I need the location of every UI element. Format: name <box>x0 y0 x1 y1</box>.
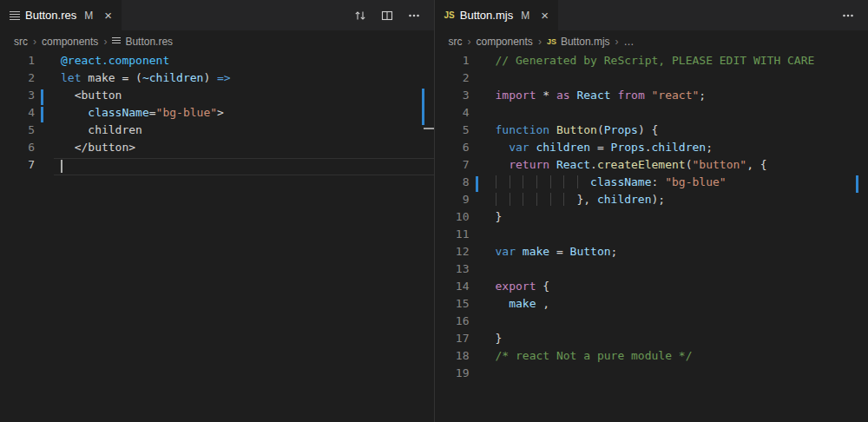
line-number[interactable]: 4 <box>0 106 54 123</box>
code-token: } <box>496 210 503 223</box>
code-token: as <box>556 89 570 102</box>
line-number[interactable]: 5 <box>0 123 54 141</box>
code-token: Props <box>611 141 645 154</box>
line-number[interactable]: 17 <box>435 332 489 349</box>
line-number[interactable]: 10 <box>435 210 489 227</box>
line-number[interactable]: 6 <box>0 141 54 158</box>
code-line[interactable]: } <box>489 210 868 227</box>
line-number[interactable]: 7 <box>0 158 54 175</box>
overview-ruler[interactable] <box>422 52 434 422</box>
code-line[interactable]: var make = Button; <box>489 245 868 262</box>
line-number[interactable]: 5 <box>435 123 489 141</box>
tab-button-res[interactable]: Button.res M × <box>0 0 122 30</box>
line-number[interactable]: 15 <box>435 297 489 314</box>
more-actions-icon[interactable] <box>841 9 855 23</box>
breadcrumb-separator: › <box>538 36 542 48</box>
code-token: "react" <box>652 89 700 102</box>
line-number[interactable]: 8 <box>435 175 489 193</box>
code-area[interactable]: // Generated by ReScript, PLEASE EDIT WI… <box>489 54 868 422</box>
breadcrumb-item[interactable]: components <box>477 36 533 48</box>
line-number[interactable]: 19 <box>435 366 489 384</box>
code-token <box>549 123 556 136</box>
line-number[interactable]: 3 <box>0 89 54 106</box>
breadcrumb-item[interactable]: … <box>624 36 635 48</box>
more-actions-icon[interactable] <box>407 9 421 23</box>
line-number[interactable]: 1 <box>435 54 489 71</box>
code-token: className <box>88 106 148 119</box>
code-line[interactable]: className: "bg-blue" <box>489 175 868 193</box>
line-number[interactable]: 12 <box>435 245 489 262</box>
code-line[interactable]: }, children); <box>489 193 868 210</box>
tab-button-mjs[interactable]: JS Button.mjs M × <box>435 0 558 30</box>
code-token: make <box>523 245 549 258</box>
line-number[interactable]: 13 <box>435 262 489 280</box>
file-icon <box>112 37 121 45</box>
code-token: make <box>509 297 536 310</box>
close-icon[interactable]: × <box>104 9 112 22</box>
code-token: { <box>536 280 549 293</box>
line-number[interactable]: 9 <box>435 193 489 210</box>
code-line[interactable]: <button <box>54 89 434 106</box>
code-line[interactable]: } <box>489 332 868 349</box>
code-line[interactable]: /* react Not a pure module */ <box>489 349 868 366</box>
code-token: children <box>597 193 652 206</box>
line-number[interactable]: 1 <box>0 54 54 71</box>
code-line[interactable]: export { <box>489 280 868 297</box>
code-line[interactable] <box>489 227 868 245</box>
code-line[interactable] <box>489 262 868 280</box>
line-number[interactable]: 11 <box>435 227 489 245</box>
breadcrumb-item[interactable]: JSButton.mjs <box>547 36 610 48</box>
line-number[interactable]: 16 <box>435 314 489 332</box>
open-changes-icon[interactable] <box>353 9 367 23</box>
code-token <box>496 158 510 171</box>
code-area[interactable]: @react.componentlet make = (~children) =… <box>54 54 434 422</box>
breadcrumb-item[interactable]: src <box>14 36 28 48</box>
breadcrumb-item[interactable]: src <box>449 36 463 48</box>
breadcrumb: src›components›JSButton.mjs›… <box>435 30 868 52</box>
line-number[interactable]: 4 <box>435 106 489 123</box>
code-token: ; <box>699 89 706 102</box>
close-icon[interactable]: × <box>541 9 549 22</box>
editor-group-left: Button.res M × <box>0 0 434 422</box>
code-line[interactable] <box>54 158 434 175</box>
code-line[interactable]: function Button(Props) { <box>489 123 868 141</box>
code-token: , { <box>746 158 766 171</box>
code-line[interactable] <box>489 366 868 384</box>
code-line[interactable]: make , <box>489 297 868 314</box>
breadcrumb-item[interactable]: Button.res <box>112 36 173 48</box>
code-token <box>496 175 591 188</box>
line-number[interactable]: 3 <box>435 89 489 106</box>
split-editor-icon[interactable] <box>380 9 394 23</box>
code-token: . <box>590 158 597 171</box>
code-token: // Generated by ReScript, PLEASE EDIT WI… <box>496 54 815 67</box>
line-number[interactable]: 18 <box>435 349 489 366</box>
breadcrumb-label: components <box>42 36 98 48</box>
code-line[interactable]: children <box>54 123 434 141</box>
line-number[interactable]: 14 <box>435 280 489 297</box>
code-token <box>496 141 510 154</box>
js-file-icon: JS <box>444 10 455 20</box>
overview-ruler[interactable] <box>856 52 868 422</box>
code-line[interactable] <box>489 106 868 123</box>
code-token: => <box>217 71 231 84</box>
code-line[interactable] <box>489 314 868 332</box>
code-line[interactable]: var children = Props.children; <box>489 141 868 158</box>
breadcrumb-item[interactable]: components <box>42 36 98 48</box>
code-line[interactable]: import * as React from "react"; <box>489 89 868 106</box>
code-line[interactable]: className="bg-blue"> <box>54 106 434 123</box>
line-number[interactable]: 2 <box>0 71 54 89</box>
line-number[interactable]: 2 <box>435 71 489 89</box>
code-token: ) { <box>638 123 658 136</box>
line-number[interactable]: 6 <box>435 141 489 158</box>
code-line[interactable]: // Generated by ReScript, PLEASE EDIT WI… <box>489 54 868 71</box>
code-line[interactable]: </button> <box>54 141 434 158</box>
code-line[interactable] <box>489 71 868 89</box>
vscode-window: Button.res M × <box>0 0 868 422</box>
code-line[interactable]: return React.createElement("button", { <box>489 158 868 175</box>
line-number[interactable]: 7 <box>435 158 489 175</box>
code-token: React <box>556 158 590 171</box>
git-modified-badge: M <box>521 10 529 22</box>
code-token: var <box>509 141 529 154</box>
code-line[interactable]: @react.component <box>54 54 434 71</box>
code-line[interactable]: let make = (~children) => <box>54 71 434 89</box>
